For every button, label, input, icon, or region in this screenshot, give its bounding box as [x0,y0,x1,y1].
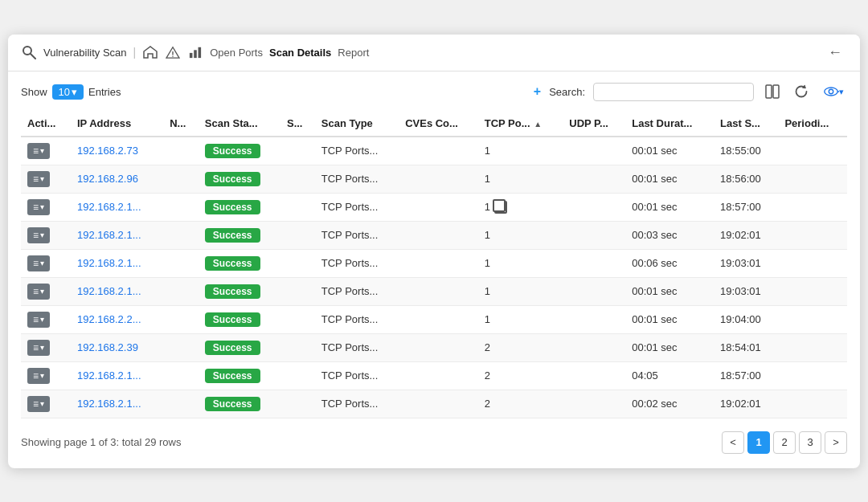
col-s[interactable]: S... [280,111,315,137]
table-row: ≡ ▾ 192.168.2.73 Success TCP Ports... 1 … [21,137,847,165]
cell-last-start: 18:54:01 [714,333,778,361]
action-button[interactable]: ≡ ▾ [27,340,50,356]
cell-s [280,390,315,418]
col-udp-ports[interactable]: UDP P... [563,111,625,137]
action-button[interactable]: ≡ ▾ [27,284,50,300]
col-scan-type[interactable]: Scan Type [315,111,399,137]
titlebar-sep: | [133,46,137,59]
toolbar: Show 10 ▾ Entries + Search: [21,83,847,101]
search-input[interactable] [593,83,754,101]
cell-last-duration: 00:01 sec [625,193,714,221]
cell-last-start: 18:55:00 [714,137,778,165]
cell-action: ≡ ▾ [21,333,71,361]
action-button[interactable]: ≡ ▾ [27,368,50,384]
ip-address-link[interactable]: 192.168.2.1... [77,398,141,410]
ip-address-link[interactable]: 192.168.2.1... [77,369,141,382]
cell-cves [399,390,478,418]
ip-address-link[interactable]: 192.168.2.1... [77,257,141,269]
page-1-button[interactable]: 1 [747,431,770,454]
ip-address-link[interactable]: 192.168.2.1... [77,229,141,241]
action-menu-icon: ≡ [33,202,39,213]
cell-tcp-ports: 1 [478,165,563,193]
action-button[interactable]: ≡ ▾ [27,143,50,159]
cell-n [163,361,199,390]
col-last-start[interactable]: Last S... [714,111,778,137]
col-last-duration[interactable]: Last Durat... [625,111,714,137]
status-badge: Success [205,200,260,214]
open-ports-link[interactable]: Open Ports [210,47,263,59]
action-button[interactable]: ≡ ▾ [27,171,50,187]
col-ip[interactable]: IP Address [71,111,163,137]
col-action[interactable]: Acti... [21,111,71,137]
action-button[interactable]: ≡ ▾ [27,312,50,328]
action-button[interactable]: ≡ ▾ [27,396,50,412]
svg-rect-8 [773,85,779,98]
page-2-button[interactable]: 2 [773,431,796,454]
cell-udp-ports [563,333,625,361]
cell-scan-status: Success [199,165,280,193]
col-tcp-ports[interactable]: TCP Po... ▲ [478,111,563,137]
col-periodic[interactable]: Periodi... [778,111,847,137]
action-caret-icon: ▾ [40,202,44,211]
cell-scan-status: Success [199,333,280,361]
svg-rect-7 [766,85,772,98]
cell-scan-type: TCP Ports... [315,137,399,165]
cell-periodic [778,333,847,361]
warning-icon[interactable] [165,44,181,60]
ip-address-link[interactable]: 192.168.2.1... [77,201,141,213]
copy-icon[interactable] [494,201,507,214]
page-prev-button[interactable]: < [722,431,744,454]
page-next-button[interactable]: > [825,431,847,454]
svg-rect-6 [199,47,202,58]
cell-ip: 192.168.2.1... [71,221,163,249]
cell-udp-ports [563,305,625,333]
cell-udp-ports [563,193,625,221]
cell-ip: 192.168.2.1... [71,193,163,221]
col-n[interactable]: N... [163,111,199,137]
action-button[interactable]: ≡ ▾ [27,227,50,243]
cell-scan-type: TCP Ports... [315,193,399,221]
columns-button[interactable] [762,83,783,100]
cell-n [163,193,199,221]
scan-details-link[interactable]: Scan Details [269,47,331,59]
cell-cves [399,193,478,221]
home-icon[interactable] [142,44,158,60]
action-menu-icon: ≡ [33,342,39,353]
action-caret-icon: ▾ [40,399,44,408]
view-options-button[interactable]: ▾ [820,83,847,100]
entries-count-button[interactable]: 10 ▾ [52,84,84,100]
cell-tcp-ports: 1 [478,249,563,277]
cell-cves [399,221,478,249]
search-plus-icon[interactable]: + [534,84,541,99]
footer: Showing page 1 of 3: total 29 rows < 1 2… [21,428,847,457]
ip-address-link[interactable]: 192.168.2.96 [77,173,138,185]
chart-icon[interactable] [187,44,203,60]
col-cves[interactable]: CVEs Co... [399,111,478,137]
status-badge: Success [205,284,260,299]
cell-last-duration: 00:01 sec [625,305,714,333]
cell-scan-status: Success [199,249,280,277]
status-badge: Success [205,228,260,243]
ip-address-link[interactable]: 192.168.2.73 [77,145,138,157]
back-button[interactable]: ← [823,43,847,63]
report-link[interactable]: Report [338,47,369,59]
ip-address-link[interactable]: 192.168.2.1... [77,285,141,297]
svg-rect-4 [190,53,193,58]
page-3-button[interactable]: 3 [799,431,821,454]
main-window: Vulnerability Scan | [8,35,860,468]
action-button[interactable]: ≡ ▾ [27,199,50,215]
cell-last-duration: 00:03 sec [625,221,714,249]
cell-s [280,165,315,193]
brand-label: Vulnerability Scan [43,47,127,59]
ip-address-link[interactable]: 192.168.2.39 [77,341,138,353]
status-badge: Success [205,312,260,327]
cell-periodic [778,165,847,193]
cell-cves [399,277,478,305]
col-scan-status[interactable]: Scan Sta... [199,111,280,137]
action-button[interactable]: ≡ ▾ [27,255,50,271]
cell-n [163,277,199,305]
cell-last-duration: 00:01 sec [625,333,714,361]
ip-address-link[interactable]: 192.168.2.2... [77,313,141,325]
refresh-button[interactable] [791,83,812,100]
table-row: ≡ ▾ 192.168.2.1... Success TCP Ports... … [21,277,847,305]
